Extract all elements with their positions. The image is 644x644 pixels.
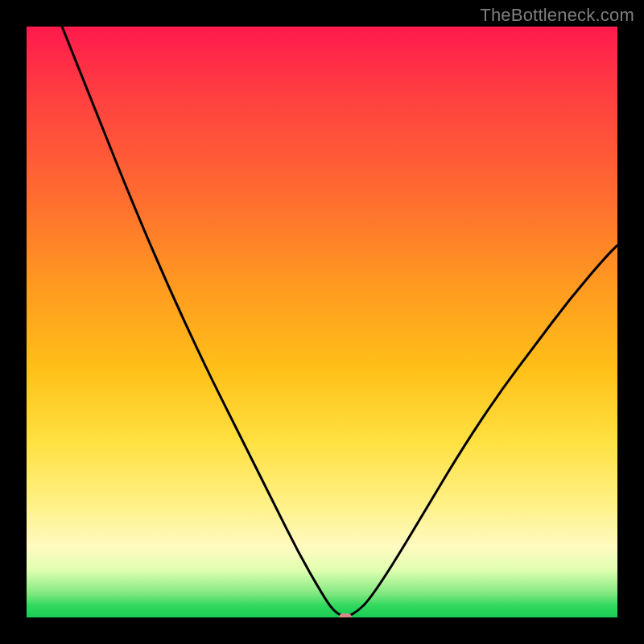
chart-container: TheBottleneck.com [0,0,644,644]
plot-area [27,27,617,617]
bottleneck-curve [27,27,617,617]
watermark-text: TheBottleneck.com [480,5,634,26]
